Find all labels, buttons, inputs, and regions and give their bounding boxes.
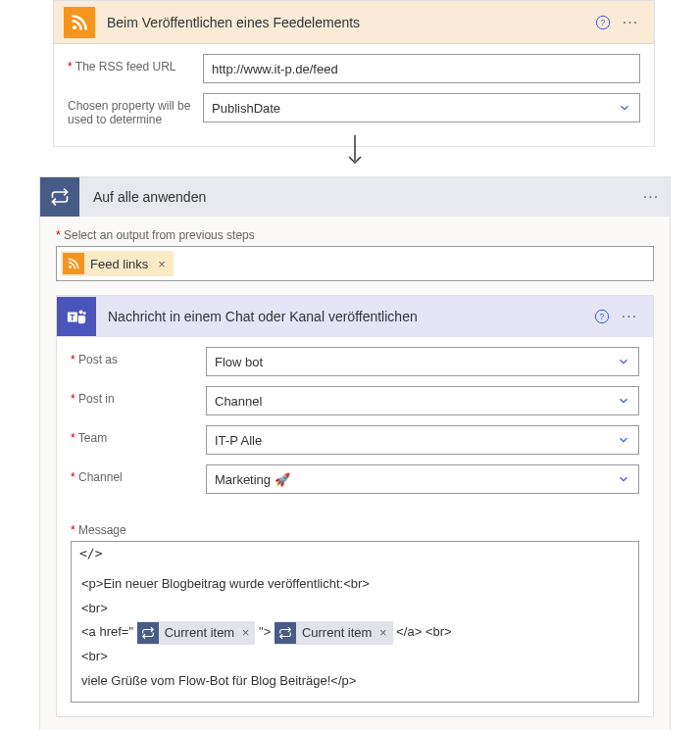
post-in-row: Post in Channel: [71, 386, 639, 415]
rss-prop-label: Chosen property will be used to determin…: [68, 93, 203, 126]
svg-text:T: T: [70, 314, 75, 322]
rss-icon: [64, 7, 95, 38]
chevron-down-icon: [618, 101, 631, 115]
teams-body: Post as Flow bot Post in Channel Team IT…: [57, 337, 653, 513]
message-content[interactable]: <p>Ein neuer Blogbeitrag wurde veröffent…: [72, 564, 638, 702]
token-remove-icon[interactable]: ×: [238, 621, 249, 646]
svg-text:?: ?: [601, 18, 606, 27]
loop-icon: [275, 622, 296, 644]
rss-prop-row: Chosen property will be used to determin…: [68, 93, 640, 126]
msg-line: <br>: [81, 597, 628, 621]
chevron-down-icon: [617, 472, 630, 486]
teams-header: T Nachricht in einem Chat oder Kanal ver…: [57, 296, 653, 337]
code-view-icon[interactable]: </>: [72, 542, 638, 564]
current-item-token[interactable]: Current item ×: [275, 621, 393, 646]
team-value: IT-P Alle: [215, 433, 262, 448]
more-icon[interactable]: ···: [642, 183, 670, 211]
svg-point-8: [83, 312, 86, 315]
team-label: Team: [71, 425, 206, 445]
more-icon[interactable]: ···: [617, 9, 644, 36]
token-label: Feed links: [90, 257, 148, 271]
help-icon[interactable]: ?: [589, 9, 617, 36]
current-item-token[interactable]: Current item ×: [137, 621, 256, 646]
foreach-title: Auf alle anwenden: [79, 189, 642, 205]
loop-icon: [137, 622, 159, 644]
post-as-value: Flow bot: [215, 355, 263, 369]
chevron-down-icon: [617, 433, 630, 447]
svg-text:?: ?: [600, 312, 605, 321]
rss-prop-value: PublishDate: [212, 101, 280, 116]
select-output-input[interactable]: Feed links ×: [56, 246, 654, 281]
team-select[interactable]: IT-P Alle: [206, 425, 639, 455]
help-icon[interactable]: ?: [588, 303, 616, 330]
channel-label: Channel: [71, 464, 206, 484]
foreach-header: Auf alle anwenden ···: [40, 177, 670, 217]
post-as-select[interactable]: Flow bot: [206, 347, 639, 376]
team-row: Team IT-P Alle: [71, 425, 639, 455]
msg-line: <a href=" Current item × "> Current item…: [81, 620, 628, 645]
msg-line: <p>Ein neuer Blogbeitrag wurde veröffent…: [81, 572, 628, 597]
post-in-select[interactable]: Channel: [206, 386, 639, 415]
post-as-row: Post as Flow bot: [71, 347, 639, 376]
feed-links-token[interactable]: Feed links ×: [61, 251, 174, 276]
teams-title: Nachricht in einem Chat oder Kanal veröf…: [108, 309, 588, 324]
post-in-value: Channel: [215, 394, 262, 409]
channel-value: Marketing 🚀: [215, 472, 290, 487]
rss-icon: [63, 253, 84, 274]
rss-card-body: The RSS feed URL Chosen property will be…: [54, 44, 654, 146]
chevron-down-icon: [617, 355, 630, 368]
post-in-label: Post in: [71, 386, 206, 406]
rss-trigger-card: Beim Veröffentlichen eines Feedelements …: [53, 0, 655, 147]
teams-action-card: T Nachricht in einem Chat oder Kanal ver…: [56, 295, 654, 717]
more-icon[interactable]: ···: [616, 303, 643, 330]
loop-icon: [40, 177, 79, 217]
rss-url-input[interactable]: [203, 54, 640, 83]
arrow-down-icon: [343, 135, 367, 172]
msg-line: <br>: [81, 645, 628, 669]
message-box[interactable]: </> <p>Ein neuer Blogbeitrag wurde veröf…: [71, 541, 639, 703]
token-remove-icon[interactable]: ×: [375, 621, 386, 646]
rss-title: Beim Veröffentlichen eines Feedelements: [107, 15, 589, 30]
message-label: Message: [57, 523, 653, 537]
rss-url-label: The RSS feed URL: [68, 54, 203, 73]
token-remove-icon[interactable]: ×: [158, 257, 166, 271]
teams-icon: T: [57, 297, 96, 336]
msg-line: viele Grüße vom Flow-Bot für Blog Beiträ…: [81, 669, 628, 694]
select-output-label: Select an output from previous steps: [40, 217, 670, 246]
chevron-down-icon: [617, 394, 630, 408]
svg-point-7: [79, 310, 83, 314]
rss-url-row: The RSS feed URL: [68, 54, 640, 83]
rss-prop-select[interactable]: PublishDate: [203, 93, 640, 122]
svg-point-0: [73, 24, 76, 28]
channel-row: Channel Marketing 🚀: [71, 464, 639, 494]
rss-card-header: Beim Veröffentlichen eines Feedelements …: [54, 1, 654, 44]
svg-point-4: [69, 266, 72, 268]
foreach-card: Auf alle anwenden ··· Select an output f…: [39, 176, 671, 730]
channel-select[interactable]: Marketing 🚀: [206, 464, 639, 494]
post-as-label: Post as: [71, 347, 206, 366]
